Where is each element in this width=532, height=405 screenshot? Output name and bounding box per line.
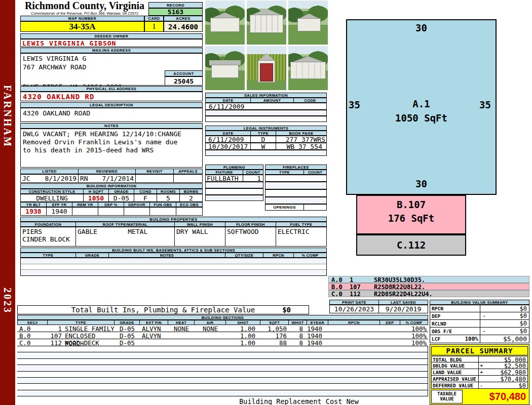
sketch-a-dim-bottom: 30 — [346, 178, 497, 189]
bs-air-label: AIR — [195, 320, 226, 325]
bs-sqft-label: SQFT — [260, 320, 289, 325]
bi-rpcn-label: RPCN — [263, 253, 294, 258]
bvs-obs-op: - — [482, 328, 486, 335]
account-label: ACCOUNT — [165, 70, 203, 76]
print-value-row: 10/26/2023 9/20/2019 — [329, 305, 428, 313]
bs-b-sec: B.0 — [17, 332, 48, 339]
plumbing-row-3 — [205, 188, 263, 195]
fireplace-count-label: COUNT — [304, 170, 327, 175]
bs-a-code: 1 — [48, 325, 62, 332]
bs-dep-label: DEP — [380, 320, 400, 325]
openings-label: OPENINGS — [265, 204, 304, 211]
deeded-owner-label: DEEDED OWNER — [20, 33, 203, 39]
ps-totalbldg-value: $5,000 — [485, 356, 527, 362]
revisit-label: REVISIT — [136, 169, 174, 174]
last-saved-label: LAST SAVED — [379, 300, 428, 305]
listed-label: LISTED — [20, 169, 79, 174]
property-photo-3[interactable] — [288, 1, 328, 45]
building-info-value-row-2: 1938 1940 — [20, 207, 203, 216]
footer-text: Building Replacement Cost New — [218, 397, 380, 405]
built-ins-header-row: TYPE GRADE NOTES QTY/SIZE RPCN % COMP — [20, 253, 327, 258]
bi-notes-label: NOTES — [109, 253, 225, 258]
bs-c-heat — [168, 339, 195, 346]
property-photo-2[interactable] — [247, 1, 286, 45]
appeals-label: APPEALS — [174, 169, 203, 174]
review-header-row: LISTED REVIEWED REVISIT APPEALS — [20, 169, 203, 174]
bs-a-shgt: 1.00 — [226, 325, 260, 332]
sales-information-label: SALES INFORMATION — [205, 93, 327, 98]
floor-finish-label: FLOOR FINISH — [225, 222, 276, 227]
bvs-dep-label: DEP — [430, 312, 480, 320]
bvs-lcf-value: $5,000 — [480, 335, 529, 343]
ps-row-land: LAND VALUE + $62,980 — [431, 369, 528, 376]
floor-finish-value: SOFTWOOD — [225, 227, 276, 247]
bs-c-shgt: 1.00 — [226, 339, 260, 346]
ps-row-totalbldg: TOTAL BLDG VALUE $5,000 — [431, 356, 528, 362]
listed-by: JC — [22, 175, 30, 182]
ps-totalbldg-op — [479, 356, 485, 362]
property-photo-1[interactable] — [205, 1, 245, 45]
notes-box: DWLG VACANT; PER HEARING 12/14/10:CHANGE… — [20, 129, 203, 168]
fuel-type-label: FUEL TYPE — [276, 222, 327, 227]
fireplace-row-2 — [265, 182, 327, 189]
construction-style-value: DWELLING — [20, 194, 84, 202]
bs-a-sec: A.0 — [17, 325, 48, 332]
bs-b-air — [195, 332, 226, 339]
bs-comp-label: % COMP — [400, 320, 428, 325]
bvs-row-lcf: LCF100% $5,000 — [430, 335, 529, 343]
district-name: FARNHAM — [2, 85, 13, 148]
property-photo-5[interactable] — [247, 46, 286, 90]
record-number: 5163 — [148, 8, 203, 16]
effyr-value: 1940 — [47, 207, 72, 216]
ecoobs-value — [176, 207, 203, 216]
built-ins-label: BUILDING BUILT INS, BASEMENTS, ATTICS & … — [20, 248, 327, 253]
bs-a-air: NONE — [195, 325, 226, 332]
bvs-dep-op: - — [482, 312, 486, 319]
bs-a-whgt: 8 — [289, 325, 307, 332]
bs-b-ext: ALVYN — [140, 332, 168, 339]
building-sections-header-row: SEC# TYPE GRADE EXT FIN HEAT AIR SHGT SQ… — [17, 320, 428, 325]
plumbing-row-1: FULLBATH 1 — [205, 175, 263, 182]
legend-c-code: 112 — [350, 291, 374, 297]
wall-finish-value: DRY WALL — [175, 227, 225, 247]
legal-instruments-label: LEGAL INSTRUMENTS — [205, 126, 327, 131]
plumbing-row-4 — [205, 195, 263, 201]
ecoobs-label: ECO OBS — [176, 202, 203, 207]
sketch-b-sqft: 176 SqFt — [357, 213, 465, 224]
print-date-value: 10/26/2023 — [329, 305, 379, 313]
reviewed-label: REVIEWED — [79, 169, 136, 174]
bvs-row-dep: DEP -$0 — [430, 312, 529, 320]
building-info-value-row-1: DWELLING 1050 D-05 F 5 2 — [20, 194, 203, 202]
bs-sec-label: SEC# — [17, 320, 48, 325]
bs-rpcn-label: RPCN — [328, 320, 380, 325]
cond-value: F — [134, 194, 157, 202]
li-2-type: W — [251, 143, 276, 150]
openings-row: OPENINGS — [265, 204, 327, 211]
taxable-value-label: TAXABLE VALUE — [431, 390, 463, 403]
sketch-a-sqft: 1050 SqFt — [346, 112, 497, 124]
bs-a-grade: D-05 — [115, 325, 140, 332]
legend-b-path: R2SD8R22U8L22. — [374, 284, 425, 290]
building-info-header-row-2: YR BLT EFF YR REM YR DEP % DEPOVR FUN OB… — [20, 202, 203, 207]
legend-b-code: 107 — [350, 284, 374, 290]
bs-b-rpcn — [328, 332, 380, 339]
construction-style-label: CONSTRUCTION STYLE — [20, 189, 84, 194]
fixture-label: FIXTURE — [205, 170, 243, 175]
bvs-rclnd-value: $0 — [520, 320, 527, 327]
taxable-value: $70,480 — [463, 390, 528, 403]
bdrms-value: 2 — [180, 194, 203, 202]
bs-c-sec: C.0 — [17, 339, 48, 346]
li-1-type: D — [251, 136, 276, 143]
property-photo-6[interactable] — [288, 46, 328, 90]
building-properties-label: BUILDING PROPERTIES — [20, 217, 327, 222]
bi-type-label: TYPE — [20, 253, 76, 258]
li-1-bookpage: 277 377WRS — [276, 136, 327, 143]
tax-year: 2023 — [2, 288, 13, 314]
parcel-summary-title: PARCEL SUMMARY — [431, 346, 528, 355]
mailing-address-label: MAILING ADDRESS — [20, 48, 203, 53]
ps-obldg-value: $2,500 — [485, 362, 527, 369]
property-photo-4[interactable] — [205, 46, 245, 90]
sketch-section-c: C.112 — [356, 234, 466, 256]
ps-land-value: $62,980 — [485, 369, 527, 375]
bs-heat-label: HEAT — [168, 320, 195, 325]
